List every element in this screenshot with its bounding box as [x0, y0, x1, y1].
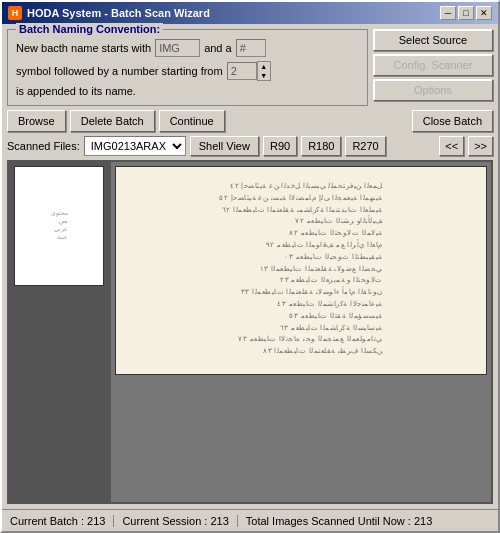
row1-mid: and a [204, 42, 232, 54]
content-area: Batch Naming Convention: New bacth name … [2, 24, 498, 509]
image-area: ﻣﺤﺘﻮﻯﻧﺺﻋﺮﺑﻲﻋﻴﻨﺔ ﻞﻤﻌﻟا ﻦﻴﻓﺮﺘﺤﻤﻠﻟ ﻲﺒﺴﻨﻟا ﻞ… [7, 160, 493, 504]
close-batch-button[interactable]: Close Batch [412, 110, 493, 132]
arabic-line-12: ﺔﻴﺴﺳﺆﻤﻟﺍ ﺔﻘﺜﻟﺍ ﺕﺎﻴﻄﻌﻣ ٥٣ [219, 312, 382, 322]
arabic-content: ﻞﻤﻌﻟا ﻦﻴﻓﺮﺘﺤﻤﻠﻟ ﻲﺒﺴﻨﻟا ﻞﺧﺪﻟا ﻦﻋ ﺔﻴﺌﺎﺼﺣﺇ … [207, 167, 394, 374]
row3-text: is appended to its name. [16, 85, 136, 97]
arabic-line-7: ﺔﻴﻘﻴﺒﻄﺘﻟﺍ ﺙﻮﺤﺒﻟﺍ ﺕﺎﻴﻄﻌﻣ ٠٣ [219, 253, 382, 263]
current-batch-value: 213 [87, 515, 105, 527]
r270-button[interactable]: R270 [345, 136, 385, 156]
options-button[interactable]: Options [373, 79, 493, 101]
arabic-line-9: ﺕﻻﻮﺤﺘﻟﺍ ﻭ ﺔﻤﻳﺰﻌﻟﺍ ﺕﺎﻴﻄﻌﻣ ٢٣ [219, 276, 382, 286]
maximize-button[interactable]: □ [458, 6, 474, 20]
thumbnail-image: ﻣﺤﺘﻮﻯﻧﺺﻋﺮﺑﻲﻋﻴﻨﺔ [14, 166, 104, 286]
scanned-files-select[interactable]: IMG0213ARAX [84, 136, 186, 156]
main-image-panel: ﻞﻤﻌﻟا ﻦﻴﻓﺮﺘﺤﻤﻠﻟ ﻲﺒﺴﻨﻟا ﻞﺧﺪﻟا ﻦﻋ ﺔﻴﺌﺎﺼﺣﺇ … [111, 162, 491, 502]
number-spinner[interactable]: ▲ ▼ [257, 61, 271, 81]
current-session-value: 213 [210, 515, 228, 527]
prev-button[interactable]: << [439, 136, 464, 156]
title-bar: H HODA System - Batch Scan Wizard ─ □ ✕ [2, 2, 498, 24]
naming-row-1: New bacth name starts with and a [16, 39, 359, 57]
right-button-group: Select Source Config. Scanner Options [373, 29, 493, 106]
top-section: Batch Naming Convention: New bacth name … [7, 29, 493, 106]
select-source-button[interactable]: Select Source [373, 29, 493, 51]
scanned-files-label: Scanned Files: [7, 140, 80, 152]
app-icon: H [8, 6, 22, 20]
minimize-button[interactable]: ─ [440, 6, 456, 20]
arabic-line-10: ﻥﻮﻧﺎﻘﻟﺍ ﻡﺎﻣﺃ ءﺍﻮﺴﻟﺎﺑ ﺔﻘﻠﻌﺘﻤﻟﺍ ﺕﺎﻴﻄﻌﻤﻟﺍ ٣… [219, 288, 382, 298]
arabic-line-4: ﻒﻴﻟﺄﺘﻟﺍﻭ ﺮﺸﻨﻟﺍ ﺕﺎﻴﻄﻌﻣ ٧٢ [219, 217, 382, 227]
current-batch-label: Current Batch : [10, 515, 84, 527]
arabic-line-3: ﺔﻴﻤﻠﻌﻟا ﺕﺎﻳﺪﺘﻨﻤﻟا ﺔﻛﺭﺎﺸﻤﺑ ﺔﻘﻠﻌﺘﻤﻟا ﺕﺎﻴﻄﻌ… [219, 206, 382, 216]
browse-button[interactable]: Browse [7, 110, 66, 132]
r180-button[interactable]: R180 [301, 136, 341, 156]
title-controls: ─ □ ✕ [440, 6, 492, 20]
symbol-input[interactable] [236, 39, 266, 57]
delete-batch-button[interactable]: Delete Batch [70, 110, 155, 132]
status-bar: Current Batch : 213 Current Session : 21… [2, 509, 498, 531]
naming-row-2: symbol followed by a number starting fro… [16, 61, 359, 81]
arabic-line-14: ﻲﺗﺎﻣﻮﻠﻌﻤﻟﺍ ﻊﻤﺘﺠﻤﻟﺍ ﻮﺤﻧ ﻩﺎﺠﺗﻻﺍ ﺕﺎﻴﻄﻌﻣ ٧٣ [219, 335, 382, 345]
naming-row-3: is appended to its name. [16, 85, 359, 97]
arabic-line-2: ﺔﻴﻨﻬﻤﻟا ﺔﻴﻌﻤﺠﻟا ﻰﻟﺇ ﻡﺎﻤﻀﻧﻻا ﺔﺒﺴﻧ ﻦﻋ ﺔﻴﺌﺎ… [219, 194, 382, 204]
spinner-down[interactable]: ▼ [258, 71, 270, 80]
current-session-status: Current Session : 213 [114, 515, 237, 527]
arabic-line-6: ﻡﺎﻌﻟﺍ ﻱﺃﺮﻟﺍ ﻊﻣ ﻒﻗﺍﻮﻤﻟﺍ ﺕﺎﻴﻄﻌﻣ ٩٢ [219, 241, 382, 251]
row2-prefix: symbol followed by a number starting fro… [16, 65, 223, 77]
next-button[interactable]: >> [468, 136, 493, 156]
spinner-up[interactable]: ▲ [258, 62, 270, 71]
main-window: H HODA System - Batch Scan Wizard ─ □ ✕ … [0, 0, 500, 533]
row1-prefix: New bacth name starts with [16, 42, 151, 54]
current-batch-status: Current Batch : 213 [8, 515, 114, 527]
config-scanner-button[interactable]: Config. Scanner [373, 54, 493, 76]
arabic-line-11: ﺔﻴﻋﺎﻤﺘﺟﻻﺍ ﺔﻛﺭﺎﺸﻤﻟﺍ ﺕﺎﻴﻄﻌﻣ ٤٣ [219, 300, 382, 310]
close-button[interactable]: ✕ [476, 6, 492, 20]
current-session-label: Current Session : [122, 515, 207, 527]
title-bar-left: H HODA System - Batch Scan Wizard [8, 6, 210, 20]
toolbar-row: Scanned Files: IMG0213ARAX Shell View R9… [7, 136, 493, 156]
total-value: 213 [414, 515, 432, 527]
naming-group-label: Batch Naming Convention: [16, 23, 163, 35]
arabic-line-5: ﺔﻴﻟﺎﻤﻟﺍ ﺕﻻﻮﺤﺘﻟﺍ ﺕﺎﻴﻄﻌﻣ ٨٢ [219, 229, 382, 239]
continue-button[interactable]: Continue [159, 110, 225, 132]
batch-name-input[interactable] [155, 39, 200, 57]
window-title: HODA System - Batch Scan Wizard [27, 7, 210, 19]
action-row: Browse Delete Batch Continue Close Batch [7, 110, 493, 132]
start-number-input[interactable] [227, 62, 257, 80]
arabic-line-1: ﻞﻤﻌﻟا ﻦﻴﻓﺮﺘﺤﻤﻠﻟ ﻲﺒﺴﻨﻟا ﻞﺧﺪﻟا ﻦﻋ ﺔﻴﺌﺎﺼﺣﺇ … [219, 182, 382, 192]
main-image: ﻞﻤﻌﻟا ﻦﻴﻓﺮﺘﺤﻤﻠﻟ ﻲﺒﺴﻨﻟا ﻞﺧﺪﻟا ﻦﻋ ﺔﻴﺌﺎﺼﺣﺇ … [115, 166, 487, 375]
arabic-line-13: ﺔﻴﺳﺎﻴﺴﻟﺍ ﺔﻛﺭﺎﺸﻤﻟﺍ ﺕﺎﻴﻄﻌﻣ ٦٣ [219, 324, 382, 334]
total-label: Total Images Scanned Until Now : [246, 515, 411, 527]
arabic-line-15: ﻦﻜﺴﻟﺍ ﻑﺮﻈﺑ ﺔﻘﻠﻌﺘﻤﻟﺍ ﺕﺎﻴﻄﻌﻤﻟﺍ ٨٣ [219, 347, 382, 357]
thumbnail-panel: ﻣﺤﺘﻮﻯﻧﺺﻋﺮﺑﻲﻋﻴﻨﺔ [9, 162, 109, 502]
shell-view-button[interactable]: Shell View [190, 136, 259, 156]
naming-convention-group: Batch Naming Convention: New bacth name … [7, 29, 368, 106]
total-images-status: Total Images Scanned Until Now : 213 [238, 515, 441, 527]
arabic-line-8: ﻲﺤﺼﻟﺍ ﻊﺿﻮﻟﺎﺑ ﺔﻘﻠﻌﺘﻤﻟﺍ ﺕﺎﻴﻄﻌﻤﻟﺍ ١٣ [219, 265, 382, 275]
r90-button[interactable]: R90 [263, 136, 297, 156]
